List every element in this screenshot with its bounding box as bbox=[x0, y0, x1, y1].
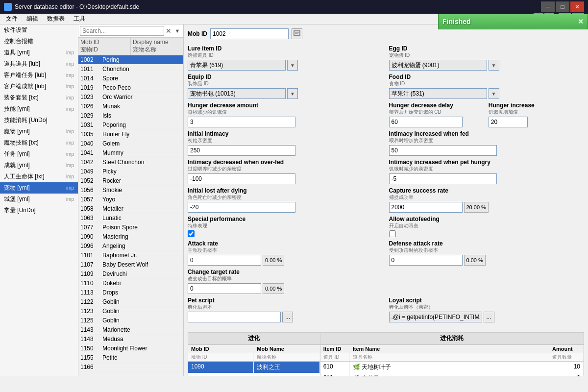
sidebar-item-const-undo[interactable]: 常量 [UnDo] bbox=[0, 205, 78, 216]
sidebar-item-items-yml[interactable]: 道具 [yml]imp bbox=[0, 47, 78, 58]
defense-rate-input[interactable] bbox=[389, 255, 463, 266]
mob-list-item-4[interactable]: 1023Orc Warrior bbox=[78, 93, 183, 102]
mob-list-item-15[interactable]: 1057Yoyo bbox=[78, 195, 183, 204]
search-clear-button[interactable]: ✕ bbox=[164, 26, 173, 35]
hunger-delay-input[interactable] bbox=[389, 117, 463, 127]
mob-list-item-18[interactable]: 1077Poison Spore bbox=[78, 223, 183, 232]
close-button[interactable]: ✕ bbox=[570, 1, 584, 12]
mob-list-item-29[interactable]: 1143Marionette bbox=[78, 325, 183, 335]
pet-script-input[interactable] bbox=[188, 312, 281, 322]
mob-list-item-23[interactable]: 1109Deviruchi bbox=[78, 270, 183, 279]
maximize-button[interactable]: □ bbox=[556, 1, 569, 12]
mob-list-item-8[interactable]: 1035Hunter Fly bbox=[78, 130, 183, 139]
mob-list-item-5[interactable]: 1026Munak bbox=[78, 102, 183, 111]
mob-list-item-17[interactable]: 1063Lunatic bbox=[78, 214, 183, 223]
lure-item-dropdown-btn[interactable]: ▼ bbox=[287, 60, 298, 71]
mob-list-item-13[interactable]: 1052Rocker bbox=[78, 176, 183, 186]
evo-right-item-name-0: 🌿 天地树叶子 bbox=[350, 362, 549, 373]
search-dropdown-button[interactable]: ▼ bbox=[173, 26, 182, 35]
menu-edit[interactable]: 编辑 bbox=[23, 14, 42, 24]
mob-list-item-32[interactable]: 1155Petite bbox=[78, 353, 183, 363]
special-perf-checkbox[interactable] bbox=[188, 230, 195, 237]
sidebar-item-castle[interactable]: 城堡 [yml]imp bbox=[0, 194, 78, 205]
evo-right-row-1[interactable]: 619 🍎 青苹果 3 bbox=[320, 373, 584, 376]
food-id-dropdown-btn[interactable]: ▼ bbox=[489, 88, 499, 99]
intimacy-fed-input[interactable] bbox=[389, 145, 497, 156]
mob-list-item-1[interactable]: 1011Chonchon bbox=[78, 65, 183, 74]
evo-left-row[interactable]: 1090 波利之王 bbox=[188, 362, 320, 373]
content-panel: Mob ID Lure item ID 诱捕道具 ID bbox=[184, 24, 588, 376]
mob-id-input[interactable] bbox=[210, 28, 289, 39]
equip-id-input[interactable] bbox=[188, 88, 286, 99]
mob-list-item-25[interactable]: 1113Drops bbox=[78, 288, 183, 297]
loyal-script-dots-btn[interactable]: ... bbox=[484, 312, 494, 322]
mob-id-icon-btn[interactable] bbox=[292, 28, 302, 39]
menu-datatable[interactable]: 数据表 bbox=[43, 14, 69, 24]
capture-rate-pct: 20.00 % bbox=[464, 202, 489, 213]
mob-list-item-9[interactable]: 1040Golem bbox=[78, 139, 183, 148]
mob-list-item-19[interactable]: 1090Mastering bbox=[78, 232, 183, 242]
pet-script-dots-btn[interactable]: ... bbox=[282, 312, 293, 322]
mob-list-item-12[interactable]: 1049Picky bbox=[78, 167, 183, 176]
mob-list-item-10[interactable]: 1041Mummy bbox=[78, 148, 183, 158]
intimacy-overfed-input[interactable] bbox=[188, 173, 295, 184]
mob-list-item-30[interactable]: 1148Medusa bbox=[78, 335, 183, 344]
sidebar-item-achieve[interactable]: 成就 [yml]imp bbox=[0, 160, 78, 171]
food-id-input[interactable] bbox=[389, 88, 487, 99]
mob-list-item-20[interactable]: 1096Angeling bbox=[78, 242, 183, 251]
mob-list-item-2[interactable]: 1014Spore bbox=[78, 74, 183, 83]
mob-list-item-0[interactable]: 1002Poring bbox=[78, 55, 183, 65]
sidebar-item-client-quest[interactable]: 客户端任务 [lub]imp bbox=[0, 70, 78, 81]
mob-list-item-3[interactable]: 1019Peco Peco bbox=[78, 83, 183, 93]
initial-lost-input[interactable] bbox=[188, 202, 295, 213]
menu-tools[interactable]: 工具 bbox=[70, 14, 89, 24]
autofeeding-checkbox[interactable] bbox=[389, 230, 396, 237]
change-target-input[interactable] bbox=[188, 283, 261, 294]
sidebar-item-mob-skill[interactable]: 魔物技能 [txt]imp bbox=[0, 137, 78, 148]
sidebar-item-mob-yml[interactable]: 魔物 [yml]imp bbox=[0, 126, 78, 137]
attack-rate-input[interactable] bbox=[188, 255, 261, 266]
sidebar-item-software-settings[interactable]: 软件设置 bbox=[0, 24, 78, 36]
main-layout: 软件设置 控制台报错 道具 [yml]imp 道具道具 [lub]imp 客户端… bbox=[0, 24, 588, 376]
mob-list-item-31[interactable]: 1150Moonlight Flower bbox=[78, 344, 183, 353]
mob-list-item-16[interactable]: 1058Metaller bbox=[78, 204, 183, 214]
hunger-dec-input[interactable] bbox=[188, 117, 295, 127]
mob-list-item-14[interactable]: 1056Smokie bbox=[78, 186, 183, 195]
menu-file[interactable]: 文件 bbox=[2, 14, 22, 24]
search-input[interactable] bbox=[80, 26, 164, 36]
finished-close-button[interactable]: ✕ bbox=[578, 18, 584, 25]
egg-id-input[interactable] bbox=[389, 60, 487, 71]
mob-list-item-22[interactable]: 1107Baby Desert Wolf bbox=[78, 260, 183, 270]
mob-list-item-33[interactable]: 1166 bbox=[78, 363, 183, 372]
sidebar-item-pet-yml[interactable]: 宠物 [yml]imp bbox=[0, 182, 78, 194]
app-icon bbox=[4, 3, 12, 11]
mob-list-item-27[interactable]: 1123Goblin bbox=[78, 307, 183, 316]
sidebar: 软件设置 控制台报错 道具 [yml]imp 道具道具 [lub]imp 客户端… bbox=[0, 24, 78, 376]
egg-id-dropdown-btn[interactable]: ▼ bbox=[489, 60, 499, 71]
sidebar-item-console-errors[interactable]: 控制台报错 bbox=[0, 36, 78, 47]
sidebar-item-quest[interactable]: 任务 [yml]imp bbox=[0, 148, 78, 160]
intimacy-hungry-input[interactable] bbox=[389, 173, 497, 184]
equip-id-dropdown-btn[interactable]: ▼ bbox=[287, 88, 298, 99]
sidebar-item-skill-undo[interactable]: 技能消耗 [UnDo] bbox=[0, 115, 78, 126]
loyal-script-input[interactable] bbox=[389, 312, 482, 322]
sidebar-item-client-achieve[interactable]: 客户端成就 [lub]imp bbox=[0, 81, 78, 92]
sidebar-item-equip-set[interactable]: 装备套装 [txt]imp bbox=[0, 92, 78, 103]
mob-list-item-7[interactable]: 1031Poporing bbox=[78, 121, 183, 130]
mob-list-item-6[interactable]: 1029Isis bbox=[78, 111, 183, 121]
mob-list-item-24[interactable]: 1110Dokebi bbox=[78, 279, 183, 288]
init-intimacy-input[interactable] bbox=[188, 145, 295, 156]
hunger-inc-input[interactable] bbox=[489, 117, 528, 127]
sidebar-item-homunculus[interactable]: 人工生命体 [txt]imp bbox=[0, 171, 78, 182]
mob-list-item-26[interactable]: 1122Goblin bbox=[78, 297, 183, 307]
sidebar-item-items-lub[interactable]: 道具道具 [lub]imp bbox=[0, 58, 78, 70]
sidebar-item-skill-yml[interactable]: 技能 [yml]imp bbox=[0, 103, 78, 115]
mob-list-item-11[interactable]: 1042Steel Chonchon bbox=[78, 158, 183, 167]
evo-right-row-0[interactable]: 610 🌿 天地树叶子 10 bbox=[320, 362, 584, 373]
mob-list-item-21[interactable]: 1101Baphomet Jr. bbox=[78, 251, 183, 260]
mob-list-item-28[interactable]: 1125Goblin bbox=[78, 316, 183, 325]
lure-item-input[interactable] bbox=[188, 60, 286, 71]
capture-rate-input[interactable] bbox=[389, 202, 463, 213]
consume-header: 进化消耗 bbox=[320, 333, 584, 344]
minimize-button[interactable]: ─ bbox=[541, 1, 555, 12]
